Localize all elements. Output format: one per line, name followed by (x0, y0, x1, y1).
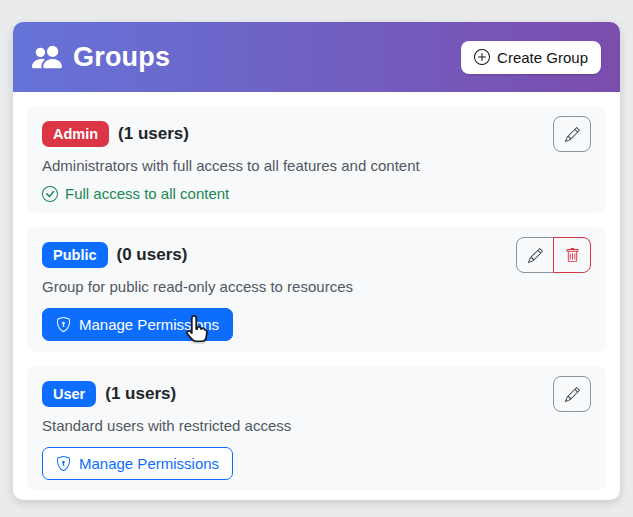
pencil-icon (565, 387, 580, 402)
group-badge: User (42, 381, 96, 407)
shield-lock-icon (56, 456, 71, 471)
panel-title-area: Groups (32, 42, 170, 73)
create-group-button[interactable]: Create Group (461, 41, 601, 74)
access-note: Full access to all content (42, 185, 591, 202)
group-user-count: (1 users) (118, 124, 189, 144)
manage-permissions-label: Manage Permissions (79, 455, 219, 472)
trash-icon (565, 248, 580, 263)
edit-group-button[interactable] (516, 237, 554, 273)
people-icon (32, 42, 62, 72)
group-card-public: Public (0 users) Group f (27, 227, 606, 352)
group-card-header: User (1 users) (42, 376, 591, 412)
delete-group-button[interactable] (553, 237, 591, 273)
group-user-count: (0 users) (117, 245, 188, 265)
group-name-area: Admin (1 users) (42, 121, 189, 147)
group-card-user: User (1 users) Standard users with restr… (27, 366, 606, 491)
check-circle-icon (42, 186, 58, 202)
group-card-header: Public (0 users) (42, 237, 591, 273)
access-note-label: Full access to all content (65, 185, 229, 202)
group-name-area: User (1 users) (42, 381, 176, 407)
groups-panel: Groups Create Group Admin (1 users) (13, 22, 620, 500)
group-card-admin: Admin (1 users) Administrators with full… (27, 106, 606, 213)
groups-list: Admin (1 users) Administrators with full… (13, 92, 620, 517)
group-name-area: Public (0 users) (42, 242, 187, 268)
edit-group-button[interactable] (553, 116, 591, 152)
create-group-label: Create Group (497, 49, 588, 66)
pencil-icon (528, 248, 543, 263)
group-description: Administrators with full access to all f… (42, 156, 591, 175)
group-description: Standard users with restricted access (42, 416, 591, 435)
groups-panel-header: Groups Create Group (13, 22, 620, 92)
page-title: Groups (73, 42, 170, 73)
manage-permissions-button[interactable]: Manage Permissions (42, 447, 233, 480)
edit-group-button[interactable] (553, 376, 591, 412)
plus-circle-icon (474, 49, 490, 65)
group-card-header: Admin (1 users) (42, 116, 591, 152)
shield-lock-icon (56, 317, 71, 332)
group-actions (516, 237, 591, 273)
manage-permissions-label: Manage Permissions (79, 316, 219, 333)
group-badge: Admin (42, 121, 109, 147)
pencil-icon (565, 127, 580, 142)
group-badge: Public (42, 242, 108, 268)
group-description: Group for public read-only access to res… (42, 277, 591, 296)
group-user-count: (1 users) (105, 384, 176, 404)
manage-permissions-button[interactable]: Manage Permissions (42, 308, 233, 341)
